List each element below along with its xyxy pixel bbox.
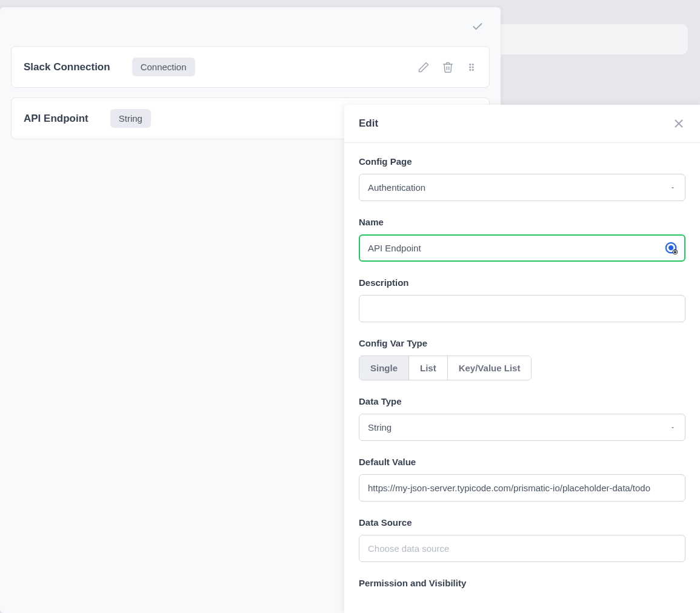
config-row-type-chip: String: [110, 109, 151, 128]
svg-point-2: [470, 66, 471, 67]
data-type-label: Data Type: [359, 396, 685, 406]
config-page-label: Config Page: [359, 156, 685, 167]
close-icon[interactable]: [672, 117, 685, 130]
config-row-slack-connection[interactable]: Slack Connection Connection: [11, 46, 490, 88]
svg-point-1: [472, 64, 473, 65]
chevron-down-icon: [669, 184, 676, 191]
config-var-type-list[interactable]: List: [409, 356, 448, 380]
config-row-type-chip: Connection: [132, 58, 195, 76]
edit-icon[interactable]: [418, 61, 430, 73]
config-var-type-single[interactable]: Single: [359, 356, 409, 380]
config-var-type-segmented: Single List Key/Value List: [359, 356, 532, 380]
svg-point-0: [470, 64, 471, 65]
config-var-type-label: Config Var Type: [359, 338, 685, 348]
default-value-input[interactable]: [359, 474, 685, 502]
config-row-title: API Endpoint: [24, 113, 88, 125]
description-label: Description: [359, 277, 685, 288]
edit-panel-title: Edit: [359, 118, 378, 130]
config-row-title: Slack Connection: [24, 61, 110, 73]
data-source-input[interactable]: [359, 535, 685, 562]
edit-panel-header: Edit: [344, 105, 700, 143]
config-page-select[interactable]: Authentication: [359, 174, 685, 201]
config-page-value: Authentication: [368, 182, 425, 193]
svg-point-5: [472, 69, 473, 70]
data-type-select[interactable]: String: [359, 414, 685, 441]
default-value-label: Default Value: [359, 457, 685, 467]
name-label: Name: [359, 217, 685, 227]
delete-icon[interactable]: [442, 61, 454, 73]
svg-point-4: [470, 69, 471, 70]
check-icon[interactable]: [472, 21, 484, 35]
svg-point-3: [472, 66, 473, 67]
edit-panel: Edit Config Page Authentication Name Des…: [344, 105, 700, 613]
drag-handle-icon[interactable]: [466, 62, 477, 73]
data-type-value: String: [368, 422, 392, 432]
name-input[interactable]: [359, 234, 685, 262]
description-input[interactable]: [359, 295, 685, 322]
data-source-label: Data Source: [359, 517, 685, 528]
config-var-type-keyvalue[interactable]: Key/Value List: [448, 356, 532, 380]
chevron-down-icon: [669, 424, 676, 431]
permission-label: Permission and Visibility: [359, 578, 685, 588]
